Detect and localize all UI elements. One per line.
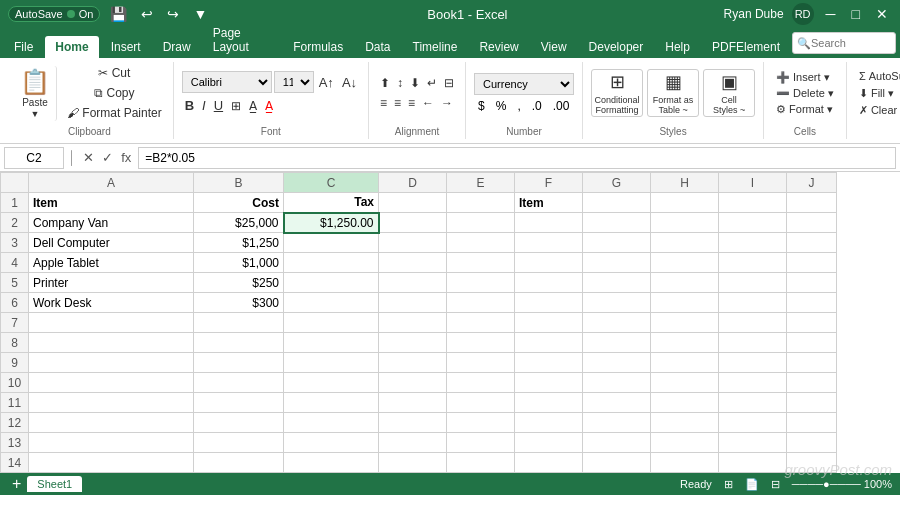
cell-a12[interactable] — [29, 413, 194, 433]
bold-button[interactable]: B — [182, 96, 197, 115]
cell-c4[interactable] — [284, 253, 379, 273]
format-as-table-button[interactable]: ▦ Format asTable ~ — [647, 69, 699, 117]
cell-i5[interactable] — [719, 273, 787, 293]
col-header-d[interactable]: D — [379, 173, 447, 193]
undo-icon[interactable]: ↩ — [137, 4, 157, 24]
cell-c6[interactable] — [284, 293, 379, 313]
indent-decrease-button[interactable]: ← — [419, 94, 437, 112]
cell-a8[interactable] — [29, 333, 194, 353]
cut-button[interactable]: ✂ Cut — [64, 64, 165, 82]
col-header-i[interactable]: I — [719, 173, 787, 193]
cell-c3[interactable] — [284, 233, 379, 253]
cell-b2[interactable]: $25,000 — [194, 213, 284, 233]
col-header-g[interactable]: G — [583, 173, 651, 193]
col-header-a[interactable]: A — [29, 173, 194, 193]
font-family-select[interactable]: Calibri — [182, 71, 272, 93]
col-header-b[interactable]: B — [194, 173, 284, 193]
cell-g2[interactable] — [583, 213, 651, 233]
increase-decimal-button[interactable]: .00 — [549, 98, 574, 114]
italic-button[interactable]: I — [199, 96, 209, 115]
format-button[interactable]: ⚙ Format ▾ — [772, 102, 838, 117]
comma-button[interactable]: , — [513, 98, 524, 114]
cell-g6[interactable] — [583, 293, 651, 313]
cell-f2[interactable] — [515, 213, 583, 233]
cell-h2[interactable] — [651, 213, 719, 233]
increase-font-button[interactable]: A↑ — [316, 73, 337, 92]
tab-developer[interactable]: Developer — [579, 36, 654, 58]
cell-i1[interactable] — [719, 193, 787, 213]
percent-button[interactable]: % — [492, 98, 511, 114]
font-size-select[interactable]: 11 — [274, 71, 314, 93]
currency-symbol-button[interactable]: $ — [474, 98, 489, 114]
cell-a13[interactable] — [29, 433, 194, 453]
view-normal-icon[interactable]: ⊞ — [724, 478, 733, 491]
cell-a1[interactable]: Item — [29, 193, 194, 213]
cell-a6[interactable]: Work Desk — [29, 293, 194, 313]
copy-button[interactable]: ⧉ Copy — [64, 84, 165, 102]
cell-f4[interactable] — [515, 253, 583, 273]
cell-e3[interactable] — [447, 233, 515, 253]
cell-d3[interactable] — [379, 233, 447, 253]
align-right-button[interactable]: ≡ — [405, 94, 418, 112]
tab-help[interactable]: Help — [655, 36, 700, 58]
confirm-formula-button[interactable]: ✓ — [99, 150, 116, 165]
save-icon[interactable]: 💾 — [106, 4, 131, 24]
cell-j1[interactable] — [787, 193, 837, 213]
tab-pdfelement[interactable]: PDFElement — [702, 36, 790, 58]
cell-c1[interactable]: Tax — [284, 193, 379, 213]
cell-c5[interactable] — [284, 273, 379, 293]
tab-page-layout[interactable]: Page Layout — [203, 22, 281, 58]
formula-input[interactable] — [138, 147, 896, 169]
tab-view[interactable]: View — [531, 36, 577, 58]
cell-d2[interactable] — [379, 213, 447, 233]
sheet1-tab[interactable]: Sheet1 — [27, 476, 82, 492]
paste-dropdown-icon[interactable]: ▼ — [31, 109, 40, 119]
view-layout-icon[interactable]: 📄 — [745, 478, 759, 491]
cell-f5[interactable] — [515, 273, 583, 293]
cell-a5[interactable]: Printer — [29, 273, 194, 293]
add-sheet-button[interactable]: + — [8, 475, 25, 493]
cell-g1[interactable] — [583, 193, 651, 213]
cell-j4[interactable] — [787, 253, 837, 273]
tab-data[interactable]: Data — [355, 36, 400, 58]
cell-b5[interactable]: $250 — [194, 273, 284, 293]
col-header-h[interactable]: H — [651, 173, 719, 193]
cell-i2[interactable] — [719, 213, 787, 233]
cell-reference-input[interactable] — [4, 147, 64, 169]
insert-button[interactable]: ➕ Insert ▾ — [772, 70, 838, 85]
redo-icon[interactable]: ↪ — [163, 4, 183, 24]
cell-e6[interactable] — [447, 293, 515, 313]
avatar[interactable]: RD — [792, 3, 814, 25]
format-painter-button[interactable]: 🖌 Format Painter — [64, 104, 165, 122]
underline-button[interactable]: U — [211, 96, 226, 115]
cell-b3[interactable]: $1,250 — [194, 233, 284, 253]
conditional-formatting-button[interactable]: ⊞ ConditionalFormatting — [591, 69, 643, 117]
cell-i4[interactable] — [719, 253, 787, 273]
cell-h4[interactable] — [651, 253, 719, 273]
cell-e1[interactable] — [447, 193, 515, 213]
align-left-button[interactable]: ≡ — [377, 94, 390, 112]
cell-a14[interactable] — [29, 453, 194, 473]
cell-g5[interactable] — [583, 273, 651, 293]
tab-review[interactable]: Review — [469, 36, 528, 58]
align-middle-button[interactable]: ↕ — [394, 74, 406, 92]
decrease-font-button[interactable]: A↓ — [339, 73, 360, 92]
col-header-j[interactable]: J — [787, 173, 837, 193]
cell-b6[interactable]: $300 — [194, 293, 284, 313]
clear-button[interactable]: ✗ Clear ▾ — [855, 103, 900, 118]
tab-file[interactable]: File — [4, 36, 43, 58]
number-format-select[interactable]: Currency General Number Percentage — [474, 73, 574, 95]
cell-j5[interactable] — [787, 273, 837, 293]
cell-a10[interactable] — [29, 373, 194, 393]
cell-a2[interactable]: Company Van — [29, 213, 194, 233]
cell-i3[interactable] — [719, 233, 787, 253]
cell-c2[interactable]: $1,250.00 — [284, 213, 379, 233]
cell-e5[interactable] — [447, 273, 515, 293]
cell-j2[interactable] — [787, 213, 837, 233]
customize-icon[interactable]: ▼ — [189, 4, 211, 24]
tab-home[interactable]: Home — [45, 36, 98, 58]
indent-increase-button[interactable]: → — [438, 94, 456, 112]
cell-h3[interactable] — [651, 233, 719, 253]
cell-b4[interactable]: $1,000 — [194, 253, 284, 273]
cell-styles-button[interactable]: ▣ CellStyles ~ — [703, 69, 755, 117]
